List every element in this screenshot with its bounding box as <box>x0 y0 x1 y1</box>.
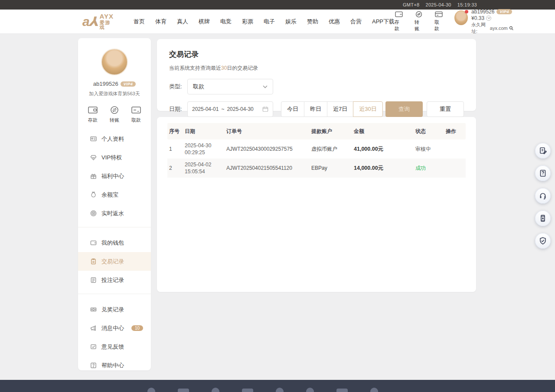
main-nav: 首页 体育 真人 棋牌 电竞 彩票 电子 娱乐 赞助 优惠 合营 APP下载 <box>134 18 395 26</box>
user-avatar[interactable] <box>454 10 468 25</box>
reset-button[interactable]: 重置 <box>427 101 464 117</box>
col-account: 提款账户 <box>311 128 354 135</box>
sidebar-transfer-button[interactable]: 转账 <box>109 106 120 123</box>
range-30days-button[interactable]: 近30日 <box>353 101 382 117</box>
transfer-icon <box>109 106 120 114</box>
brand-name-en: AYX <box>100 13 114 19</box>
range-7days-button[interactable]: 近7日 <box>327 101 353 117</box>
timezone-label: GMT+8 <box>403 2 419 7</box>
cell-account: EBPay <box>311 165 354 171</box>
faq-float-button[interactable] <box>535 165 551 181</box>
cell-amount: 41,000.00元 <box>354 146 415 153</box>
edit-document-icon <box>539 147 547 155</box>
sidebar-item-messages[interactable]: 消息中心 10 <box>78 319 151 337</box>
nav-item-app-download[interactable]: APP下载 <box>372 18 395 26</box>
sidebar-withdraw-label: 取款 <box>131 117 141 123</box>
search-button[interactable]: 查询 <box>385 101 423 117</box>
sidebar-item-help[interactable]: 帮助中心 <box>78 356 151 375</box>
nav-item-slots[interactable]: 电子 <box>264 18 275 26</box>
floating-toolbar <box>535 143 551 249</box>
permanent-url-label: 永久网址: <box>471 22 489 35</box>
sidebar-item-vip[interactable]: VIP特权 <box>78 148 151 167</box>
megaphone-icon <box>90 325 97 331</box>
chevron-down-icon <box>263 85 268 88</box>
type-select[interactable]: 取款 <box>187 79 273 94</box>
user-panel: ab199526 VIP4 ¥0.33 永久网址: ayx.com <box>454 9 513 35</box>
sidebar-divider <box>78 227 151 227</box>
sidebar-item-profile[interactable]: 个人资料 <box>78 130 151 148</box>
survey-float-button[interactable] <box>535 143 551 159</box>
search-icon[interactable] <box>509 26 513 31</box>
deposit-button[interactable]: 存款 <box>395 11 403 32</box>
balance-dropdown-toggle[interactable] <box>486 16 491 21</box>
wallet-icon <box>395 11 403 18</box>
partner-logo <box>306 388 314 392</box>
type-label: 类型: <box>169 83 187 91</box>
sidebar-withdraw-button[interactable]: 取款 <box>131 106 141 123</box>
subtitle-days: 30 <box>221 65 227 71</box>
calendar-icon <box>262 106 268 112</box>
col-status: 状态 <box>415 128 446 135</box>
sidebar-item-bets[interactable]: 投注记录 <box>78 271 151 289</box>
cell-account: 虚拟币账户 <box>311 146 354 153</box>
range-yesterday-button[interactable]: 昨日 <box>304 101 327 117</box>
date-end: 2025-04-30 <box>227 106 253 112</box>
nav-item-sponsor[interactable]: 赞助 <box>307 18 318 26</box>
col-action: 操作 <box>446 128 467 135</box>
transaction-record-icon <box>90 258 97 265</box>
nav-item-promo[interactable]: 优惠 <box>329 18 340 26</box>
cell-index: 1 <box>169 146 185 152</box>
sidebar-avatar[interactable] <box>101 49 128 75</box>
partner-logo <box>370 388 378 392</box>
question-book-icon <box>539 169 547 177</box>
unread-count-badge: 10 <box>131 325 143 331</box>
nav-item-sports[interactable]: 体育 <box>155 18 166 26</box>
nav-item-home[interactable]: 首页 <box>134 18 145 26</box>
nav-item-lottery[interactable]: 彩票 <box>242 18 253 26</box>
sidebar-divider <box>78 294 151 294</box>
nav-item-entertainment[interactable]: 娱乐 <box>285 18 297 26</box>
page-subtitle: 当前系统支持查询最近30日的交易记录 <box>169 65 464 72</box>
partner-logo <box>242 389 253 392</box>
page-body: ab199526 VIP4 加入爱游戏体育第563天 存款 转账 取款 个人资料 <box>0 34 555 380</box>
sidebar-item-rebate[interactable]: 实时返水 <box>78 204 151 223</box>
logo-monogram-icon: a⅄ <box>82 15 97 28</box>
nav-item-affiliate[interactable]: 合营 <box>350 18 362 26</box>
sidebar-item-feedback[interactable]: 意见反馈 <box>78 337 151 356</box>
withdraw-button[interactable]: 取款 <box>434 11 443 32</box>
sidebar-item-yuebao[interactable]: 余额宝 <box>78 185 151 204</box>
customer-service-float-button[interactable] <box>535 188 551 204</box>
sidebar-item-prizes[interactable]: 兑奖记录 <box>78 300 151 319</box>
headset-icon <box>539 192 547 200</box>
sidebar-item-welfare[interactable]: 福利中心 <box>78 167 151 185</box>
table-row: 1 2025-04-30 00:29:25 AJWT20250430002925… <box>167 139 466 159</box>
partner-logo <box>276 388 284 392</box>
app-download-float-button[interactable] <box>535 211 551 226</box>
username: ab199526 <box>471 9 494 15</box>
nav-item-live[interactable]: 真人 <box>177 18 188 26</box>
cell-order-no: AJWT202504021505541120 <box>226 165 311 171</box>
partner-logo <box>178 389 189 392</box>
transfer-button[interactable]: 转账 <box>415 11 423 32</box>
sidebar-item-transactions[interactable]: 交易记录 <box>78 252 151 271</box>
nav-item-esports[interactable]: 电竞 <box>220 18 232 26</box>
brand-name-cn: 爱游戏 <box>100 20 114 30</box>
bet-record-icon <box>90 277 97 283</box>
brand-logo[interactable]: a⅄ AYX 爱游戏 <box>82 13 114 30</box>
cell-date: 2025-04-02 15:05:54 <box>185 161 226 175</box>
prize-medal-icon <box>90 306 97 313</box>
nav-item-chess[interactable]: 棋牌 <box>199 18 210 26</box>
sidebar-item-wallet[interactable]: 我的钱包 <box>78 233 151 252</box>
cell-index: 2 <box>169 165 185 171</box>
money-bag-icon <box>90 191 97 198</box>
verify-float-button[interactable] <box>535 233 551 249</box>
profile-sidebar: ab199526 VIP4 加入爱游戏体育第563天 存款 转账 取款 个人资料 <box>78 38 151 370</box>
vip-badge: VIP4 <box>496 9 512 14</box>
deposit-label: 存款 <box>395 19 403 32</box>
range-today-button[interactable]: 今日 <box>281 101 304 117</box>
member-since-text: 加入爱游戏体育第563天 <box>78 91 151 97</box>
date-range-picker[interactable]: 2025-04-01 ~ 2025-04-30 <box>187 101 273 117</box>
page-title: 交易记录 <box>169 49 464 59</box>
sidebar-deposit-button[interactable]: 存款 <box>88 106 98 123</box>
date-separator: ~ <box>221 106 224 112</box>
